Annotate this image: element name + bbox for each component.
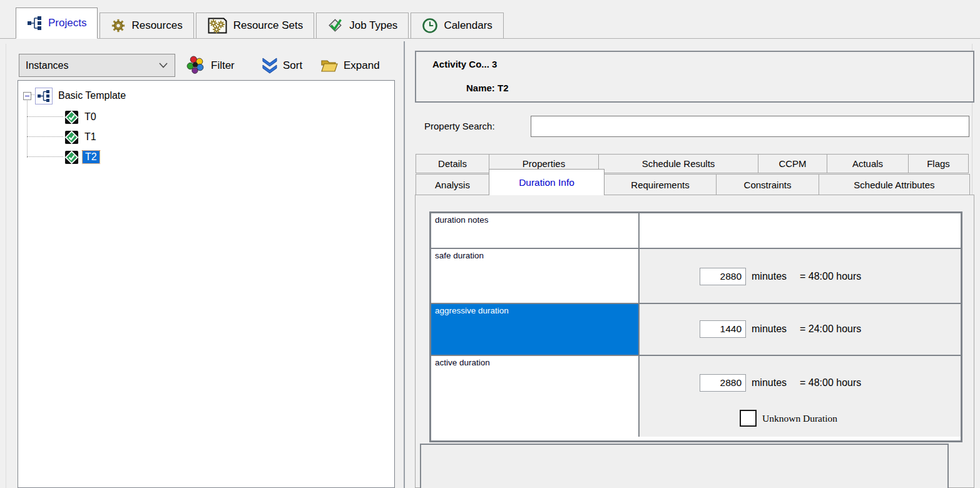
tree-node-basic-template[interactable]: Basic Template xyxy=(23,86,126,105)
tab-job-types[interactable]: Job Types xyxy=(316,13,409,39)
expand-folder-icon xyxy=(320,58,339,73)
hours-equivalent-label: = 48:00 hours xyxy=(800,377,861,389)
minutes-unit-label: minutes xyxy=(752,271,787,282)
tree-node-t2-selected[interactable]: T2 xyxy=(64,149,100,165)
project-tree[interactable]: Basic Template T0 T1 xyxy=(18,80,395,488)
row-label: duration notes xyxy=(431,213,640,248)
projects-icon xyxy=(27,16,43,31)
table-row-active-duration: active duration minutes = 48:00 hours Un… xyxy=(431,355,961,437)
tab-label: Actuals xyxy=(852,158,883,169)
tab-resources[interactable]: Resources xyxy=(100,13,193,39)
task-check-icon xyxy=(64,150,79,165)
tab-projects[interactable]: Projects xyxy=(16,8,98,39)
tab-label: Properties xyxy=(523,158,565,169)
window-left-edge xyxy=(6,44,6,488)
tab-label: Duration Info xyxy=(519,177,574,188)
aggressive-duration-minutes-input[interactable] xyxy=(700,320,746,338)
table-row-safe-duration: safe duration minutes = 48:00 hours xyxy=(431,248,961,303)
row-label[interactable]: safe duration xyxy=(431,249,640,303)
hours-equivalent-label: = 24:00 hours xyxy=(800,323,861,335)
notes-area[interactable] xyxy=(420,444,949,488)
safe-duration-minutes-input[interactable] xyxy=(700,268,746,285)
minutes-unit-label: minutes xyxy=(752,323,787,335)
sort-button[interactable]: Sort xyxy=(262,54,302,77)
filter-icon xyxy=(186,56,206,75)
unknown-duration-group: Unknown Duration xyxy=(740,410,837,427)
application-window: Projects Resources xyxy=(0,0,980,488)
panel-splitter[interactable] xyxy=(404,41,405,488)
tab-flags[interactable]: Flags xyxy=(908,154,969,173)
tree-connector xyxy=(27,136,63,137)
tab-label: Schedule Results xyxy=(642,158,715,169)
active-duration-value-cell: minutes = 48:00 hours Unknown Duration xyxy=(640,356,961,437)
tree-node-label: Basic Template xyxy=(58,90,126,101)
filter-label: Filter xyxy=(211,59,235,72)
tree-connector xyxy=(27,116,63,117)
duration-table: duration notes safe duration minutes = 4… xyxy=(429,211,962,442)
tree-node-label-selected: T2 xyxy=(83,151,100,163)
property-search-input[interactable] xyxy=(531,116,969,137)
tab-duration-info[interactable]: Duration Info xyxy=(489,169,605,195)
tab-constraints[interactable]: Constraints xyxy=(716,174,819,195)
hours-equivalent-label: = 48:00 hours xyxy=(800,271,861,282)
tab-label: Resources xyxy=(131,19,182,32)
sort-label: Sort xyxy=(283,59,302,72)
minutes-unit-label: minutes xyxy=(752,377,787,389)
active-duration-minutes-input[interactable] xyxy=(700,374,746,392)
main-tab-bar: Projects Resources xyxy=(0,0,980,39)
safe-duration-value-cell: minutes = 48:00 hours xyxy=(640,249,961,303)
collapse-expander-icon[interactable] xyxy=(23,92,31,100)
tab-calendars[interactable]: Calendars xyxy=(411,13,504,39)
tree-node-t0[interactable]: T0 xyxy=(64,109,96,125)
tab-label: Details xyxy=(438,158,467,169)
filter-button[interactable]: Filter xyxy=(186,54,235,77)
activity-count-title: Activity Co... 3 xyxy=(432,59,497,69)
tab-schedule-attributes[interactable]: Schedule Attributes xyxy=(819,174,970,195)
main-tabs: Projects Resources xyxy=(16,8,506,39)
tab-label: Constraints xyxy=(744,180,792,190)
unknown-duration-checkbox[interactable] xyxy=(740,410,757,427)
tab-ccpm[interactable]: CCPM xyxy=(758,154,827,173)
expand-button[interactable]: Expand xyxy=(320,54,380,77)
row-label-selected[interactable]: aggressive duration xyxy=(431,304,640,355)
property-search-label: Property Search: xyxy=(424,121,495,131)
tab-schedule-results[interactable]: Schedule Results xyxy=(598,154,758,173)
table-row-aggressive-duration: aggressive duration minutes = 24:00 hour… xyxy=(431,303,961,355)
tab-analysis[interactable]: Analysis xyxy=(416,174,489,195)
tab-label: Calendars xyxy=(444,19,493,32)
calendars-icon xyxy=(422,18,438,34)
resource-sets-icon xyxy=(207,17,228,34)
activity-header-box: Activity Co... 3 Name: T2 xyxy=(415,51,974,103)
instances-dropdown[interactable]: Instances xyxy=(19,54,175,77)
tab-label: Flags xyxy=(927,158,950,169)
template-node-icon xyxy=(35,88,53,104)
tab-resource-sets[interactable]: Resource Sets xyxy=(196,13,315,39)
activity-name: Name: T2 xyxy=(466,83,509,93)
tree-connector xyxy=(27,156,63,157)
tab-label: Projects xyxy=(48,17,86,29)
tab-label: Job Types xyxy=(349,19,397,32)
instances-dropdown-value: Instances xyxy=(26,60,68,71)
job-types-icon xyxy=(327,18,344,34)
row-label[interactable]: active duration xyxy=(431,356,640,437)
tree-node-label: T1 xyxy=(84,131,96,143)
tab-label: Analysis xyxy=(435,180,470,190)
expand-label: Expand xyxy=(344,59,380,72)
tab-requirements[interactable]: Requirements xyxy=(604,174,717,195)
property-tabs-row2: Analysis Duration Info Requirements Cons… xyxy=(416,173,970,195)
table-row-duration-notes: duration notes xyxy=(431,213,961,248)
tab-details[interactable]: Details xyxy=(416,154,489,173)
tab-label: Schedule Attributes xyxy=(854,180,934,190)
aggressive-duration-value-cell: minutes = 24:00 hours xyxy=(640,304,961,355)
unknown-duration-label: Unknown Duration xyxy=(762,413,837,424)
task-check-icon xyxy=(64,130,79,145)
sort-icon xyxy=(262,57,278,74)
tree-node-label: T0 xyxy=(84,111,96,123)
duration-notes-field[interactable] xyxy=(640,213,961,248)
tree-node-t1[interactable]: T1 xyxy=(64,129,96,145)
tree-connector-vertical xyxy=(27,99,28,158)
chevron-down-icon xyxy=(159,63,168,68)
resources-icon xyxy=(111,18,126,33)
tab-label: Resource Sets xyxy=(233,19,304,32)
tab-actuals[interactable]: Actuals xyxy=(827,154,909,173)
